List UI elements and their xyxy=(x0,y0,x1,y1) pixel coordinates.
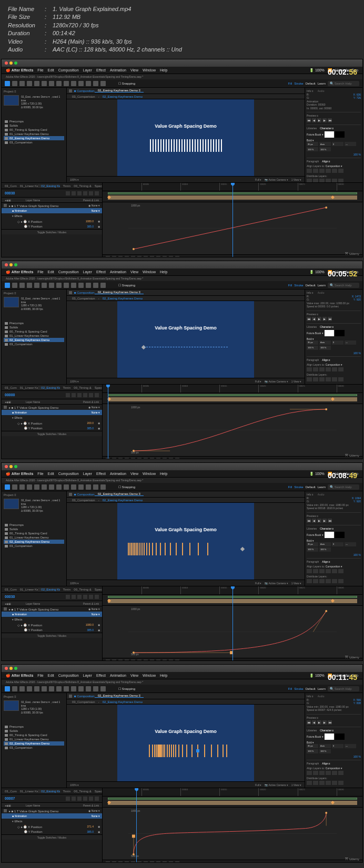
fill-label[interactable]: Fill xyxy=(288,82,292,85)
tl-mb-icon[interactable] xyxy=(89,797,93,801)
play-button[interactable]: ▶ xyxy=(317,317,321,321)
tl-shy-icon[interactable] xyxy=(77,595,82,599)
x-position-value[interactable]: 1080.0 xyxy=(86,623,94,626)
character-tab[interactable]: Character ≡ xyxy=(320,325,333,328)
stroke-label[interactable]: Stroke xyxy=(294,485,303,489)
tl-search-icon[interactable] xyxy=(66,393,70,397)
x-position-row[interactable]: ◇ ▸ ⌚ X Position371.4◉ xyxy=(2,824,102,829)
graph-tool-7[interactable] xyxy=(150,458,154,460)
tl-shy-icon[interactable] xyxy=(77,393,82,397)
layer-animation-row[interactable]: ■ !AnimationNone ▾ xyxy=(2,410,102,415)
audio-tab[interactable]: Audio xyxy=(318,695,325,698)
visibility-icon[interactable] xyxy=(4,809,7,812)
layer-row-main[interactable]: ▸ ■ 1 T Value Graph Spacing Demo◉ None ▾ xyxy=(2,606,102,612)
prev-frame-button[interactable]: ◀ xyxy=(312,720,316,725)
align-button-0[interactable] xyxy=(307,169,312,173)
pen-tool[interactable] xyxy=(56,283,62,288)
comp-breadcrumb[interactable]: 03_Comparision xyxy=(69,95,98,98)
align-button-3[interactable] xyxy=(326,771,331,775)
workspace-learn[interactable]: Learn xyxy=(318,284,326,287)
eraser-tool[interactable] xyxy=(86,484,91,490)
char-control-5[interactable]: 100 % xyxy=(319,346,331,350)
paragraph-tab[interactable]: Paragraph xyxy=(307,358,319,361)
toggle-switches-bar[interactable]: Toggle Switches / Modes xyxy=(2,229,102,234)
graph-tool-2[interactable] xyxy=(118,256,123,258)
canvas[interactable]: Value Graph Spacing Demo xyxy=(117,503,254,580)
fill-color-swatch[interactable] xyxy=(325,330,334,336)
char-control-3[interactable]: — xyxy=(345,340,356,345)
menu-animation[interactable]: Animation xyxy=(110,472,126,476)
close-window-button[interactable] xyxy=(5,465,8,468)
paragraph-tab[interactable]: Paragraph xyxy=(307,160,319,163)
lock-icon[interactable] xyxy=(69,493,72,496)
shape-tool[interactable] xyxy=(49,484,54,490)
project-folder-item[interactable]: 03_Comparision xyxy=(4,342,64,346)
audio-tab[interactable]: Audio xyxy=(318,89,325,93)
project-folder-item[interactable]: Solids xyxy=(4,527,64,531)
first-frame-button[interactable]: ⏮ xyxy=(307,317,311,321)
distribute-button-4[interactable] xyxy=(332,579,337,583)
close-window-button[interactable] xyxy=(5,61,8,65)
layer-animation-row[interactable]: ■ !AnimationNone ▾ xyxy=(2,813,102,819)
toggle-switches-bar[interactable]: Toggle Switches / Modes xyxy=(2,431,102,436)
graph-tool-2[interactable] xyxy=(118,458,123,460)
distribute-button-3[interactable] xyxy=(326,781,331,785)
clone-tool[interactable] xyxy=(78,484,84,490)
timeline-tab[interactable]: Timing 2 xyxy=(60,790,71,793)
font-name[interactable]: Futura Book ▾ xyxy=(307,332,323,335)
graph-tool-1[interactable] xyxy=(112,659,116,662)
align-button-2[interactable] xyxy=(319,169,325,173)
layer-effects-row[interactable]: ▾ Effects xyxy=(2,213,102,219)
layer-effects-row[interactable]: ▾ Effects xyxy=(2,617,102,622)
distribute-button-4[interactable] xyxy=(332,377,337,381)
pan-behind-tool[interactable] xyxy=(42,81,47,86)
graph-tool-5[interactable] xyxy=(137,256,141,258)
x-position-row[interactable]: ◇ ▸ ⌚ X Position1080.0◉ xyxy=(2,622,102,627)
timeline-tab[interactable]: Timing 2 xyxy=(60,386,71,389)
zoom-level[interactable]: 100% ▾ xyxy=(70,582,79,585)
align-button-4[interactable] xyxy=(332,169,337,173)
align-button-4[interactable] xyxy=(332,367,337,371)
menu-view[interactable]: View xyxy=(130,270,138,274)
fill-color-swatch[interactable] xyxy=(325,131,334,138)
graph-tool-1[interactable] xyxy=(112,861,116,863)
playhead[interactable] xyxy=(232,183,233,257)
graph-tool-11[interactable] xyxy=(175,861,179,863)
search-help-input[interactable]: 🔍 Search Help xyxy=(328,686,359,691)
char-control-5[interactable]: 100 % xyxy=(319,547,331,552)
project-folder-item[interactable]: 02_Easing Keyframes Demo xyxy=(4,136,64,140)
y-position-value[interactable]: 385.0 xyxy=(87,830,94,833)
puppet-tool[interactable] xyxy=(100,283,106,288)
next-frame-button[interactable]: ▶ xyxy=(322,519,327,523)
graph-tool-11[interactable] xyxy=(175,458,179,460)
view-count[interactable]: 1 View ▾ xyxy=(291,582,301,585)
char-control-3[interactable]: — xyxy=(345,744,356,748)
resolution-dropdown[interactable]: Full ▾ xyxy=(255,178,261,181)
align-tab[interactable]: Align ≡ xyxy=(322,358,330,361)
timeline-tab[interactable]: 00_Timing & Spacing Card xyxy=(70,790,91,793)
tl-mb-icon[interactable] xyxy=(89,393,93,397)
pan-behind-tool[interactable] xyxy=(42,484,47,490)
char-control-1[interactable]: Auto xyxy=(319,340,331,345)
graph-tool-11[interactable] xyxy=(175,256,179,258)
workspace-learn[interactable]: Learn xyxy=(318,82,326,85)
clone-tool[interactable] xyxy=(78,686,84,691)
pan-behind-tool[interactable] xyxy=(42,686,47,691)
resolution-dropdown[interactable]: Full ▾ xyxy=(255,380,261,383)
menu-composition[interactable]: Composition xyxy=(58,472,79,476)
project-folder-item[interactable]: 00_Timing & Spacing Card xyxy=(4,329,64,334)
roto-tool[interactable] xyxy=(93,686,98,691)
graph-tool-10[interactable] xyxy=(169,256,173,258)
graph-tool-10[interactable] xyxy=(169,458,173,460)
tl-mb-icon[interactable] xyxy=(89,191,93,195)
snapping-toggle[interactable]: ☐ Snapping xyxy=(118,283,135,287)
stroke-color-swatch[interactable] xyxy=(335,733,345,740)
menu-composition[interactable]: Composition xyxy=(58,270,79,274)
close-window-button[interactable] xyxy=(5,667,8,670)
graph-tool-3[interactable] xyxy=(125,458,129,460)
graph-tool-0[interactable] xyxy=(106,861,110,863)
visibility-icon[interactable] xyxy=(4,406,7,409)
graph-tool-7[interactable] xyxy=(150,861,154,863)
distribute-button-4[interactable] xyxy=(332,781,337,785)
zoom-tool[interactable] xyxy=(19,81,25,86)
